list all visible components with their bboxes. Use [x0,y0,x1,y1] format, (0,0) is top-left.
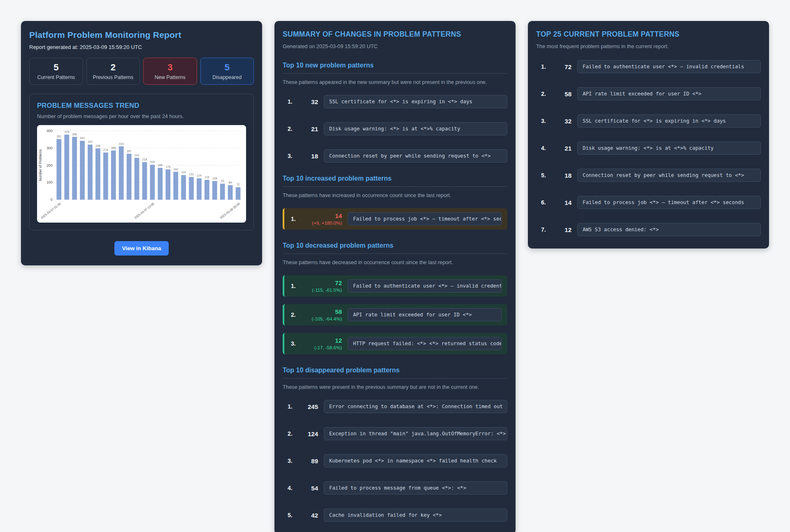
stat-tiles: 5 Current Patterns 2 Previous Patterns 3… [29,58,254,85]
pattern-count: 42 [299,512,318,519]
section-description: These patterns were present in the previ… [283,384,507,390]
trend-section: PROBLEM MESSAGES TREND Number of problem… [29,94,254,230]
actions-row: View in Kibana [29,241,254,256]
svg-text:300: 300 [46,146,53,150]
pattern-rank: 3. [283,153,299,159]
svg-text:72: 72 [237,183,240,186]
section-heading: Top 10 disappeared problem patterns [283,367,507,379]
pattern-item: 6. 14 Failed to process job <*> – timeou… [536,196,761,209]
pattern-count-block: 14 (+9, +180.0%) [302,212,342,225]
pattern-text: SSL certificate for <*> is expiring in <… [577,114,761,128]
pattern-rank: 5. [283,512,299,518]
svg-text:162: 162 [173,168,178,171]
pattern-rank: 1. [289,283,302,289]
pattern-count: 58 [553,91,572,98]
pattern-rank: 3. [289,340,302,347]
view-in-kibana-button[interactable]: View in Kibana [114,241,168,256]
section-new-patterns: Top 10 new problem patterns These patter… [283,62,507,163]
top-patterns-subtitle: The most frequent problem patterns in th… [536,43,761,49]
section-decreased-patterns: Top 10 decreased problem patterns These … [283,242,507,354]
pattern-rank: 4. [536,145,553,151]
svg-text:200: 200 [46,163,53,167]
pattern-rank: 6. [536,199,553,206]
svg-text:298: 298 [95,144,100,147]
pattern-item: 2. 124 Exception in thread "main" java.l… [283,427,507,440]
svg-text:100: 100 [46,181,53,185]
pattern-text: Failed to process message from queue <*>… [324,481,507,495]
pattern-count: 12 [302,337,342,344]
pattern-count: 32 [553,118,572,125]
section-description: These patterns have decreased in occurre… [283,259,507,265]
svg-text:342: 342 [80,137,85,139]
disappeared-pattern-list: 1. 245 Error connecting to database at <… [283,400,507,522]
pattern-rank: 2. [283,125,299,132]
stat-current-patterns: 5 Current Patterns [29,58,83,85]
pattern-text: API rate limit exceeded for user ID <*> [348,308,502,321]
pattern-count-block: 58 (-105, -64.4%) [302,308,342,321]
pattern-count: 21 [553,145,572,152]
problem-messages-bar-chart: 0100200300400Number of Problems352378365… [37,125,246,223]
pattern-text: API rate limit exceeded for user ID <*> [577,87,761,100]
pattern-count: 18 [299,153,318,160]
trend-title: PROBLEM MESSAGES TREND [37,102,246,109]
svg-text:218: 218 [142,158,147,161]
pattern-rank: 2. [289,311,302,318]
pattern-item: 2. 21 Disk usage warning: <*> is at <*>%… [283,122,507,135]
stat-previous-patterns: 2 Previous Patterns [86,58,140,85]
svg-text:Number of Problems: Number of Problems [38,149,42,181]
pattern-rank: 1. [536,63,553,70]
report-panel: Platform Problem Monitoring Report Repor… [21,21,262,265]
pattern-text: AWS S3 access denied: <*> [577,223,761,236]
svg-text:93: 93 [221,180,224,183]
stat-value: 2 [89,63,137,72]
pattern-text: Disk usage warning: <*> is at <*>% capac… [577,142,761,155]
stat-label: Current Patterns [32,74,80,80]
pattern-count: 14 [553,199,572,206]
pattern-count: 54 [299,485,318,492]
trend-chart-container: 0100200300400Number of Problems352378365… [37,125,246,223]
section-increased-patterns: Top 10 increased problem patterns These … [283,175,507,230]
svg-text:286: 286 [111,146,116,149]
pattern-count-block: 12 (-17, -58.6%) [302,337,342,350]
pattern-text: Error connecting to database at <*>: Con… [324,400,507,413]
report-generated-at: Report generated at: 2025-03-09 15:59:20… [29,44,254,50]
stat-value: 5 [203,63,251,72]
pattern-item: 1. 245 Error connecting to database at <… [283,400,507,413]
top-patterns-title: TOP 25 CURRENT PROBLEM PATTERNS [536,30,761,39]
pattern-delta: (+9, +180.0%) [302,221,342,225]
summary-panel: SUMMARY OF CHANGES IN PROBLEM PATTERNS G… [274,21,516,532]
pattern-rank: 3. [283,458,299,464]
svg-text:365: 365 [72,133,77,136]
svg-text:267: 267 [127,150,132,153]
pattern-delta: (-105, -64.4%) [302,316,342,321]
pattern-item-decreased: 3. 12 (-17, -58.6%) HTTP request failed:… [283,333,507,354]
pattern-text: Exception in thread "main" java.lang.Out… [324,427,507,440]
stat-value: 3 [146,63,194,72]
svg-text:352: 352 [56,135,61,138]
pattern-item: 3. 89 Kubernetes pod <*> in namespace <*… [283,454,507,467]
pattern-rank: 1. [283,403,299,410]
dashboard: Platform Problem Monitoring Report Repor… [21,21,769,532]
pattern-item-decreased: 2. 58 (-105, -64.4%) API rate limit exce… [283,304,507,325]
pattern-count: 12 [553,226,572,233]
pattern-text: Connection reset by peer while sending r… [577,169,761,182]
pattern-rank: 7. [536,226,553,233]
increased-pattern-list: 1. 14 (+9, +180.0%) Failed to process jo… [283,208,507,230]
pattern-count: 89 [299,458,318,465]
pattern-item: 1. 72 Failed to authenticate user <*> – … [536,60,761,73]
pattern-text: Connection reset by peer while sending r… [324,149,507,163]
svg-text:0: 0 [51,197,53,202]
section-heading: Top 10 decreased problem patterns [283,242,507,254]
pattern-text: Kubernetes pod <*> in namespace <*> fail… [324,454,507,467]
pattern-delta: (-17, -58.6%) [302,345,342,350]
pattern-item: 7. 12 AWS S3 access denied: <*> [536,223,761,236]
pattern-count: 245 [299,403,318,410]
top-pattern-list: 1. 72 Failed to authenticate user <*> – … [536,60,761,236]
svg-text:320: 320 [88,141,93,144]
decreased-pattern-list: 1. 72 (-115, -61.5%) Failed to authentic… [283,275,507,354]
pattern-item: 3. 18 Connection reset by peer while sen… [283,149,507,163]
pattern-item: 1. 32 SSL certificate for <*> is expirin… [283,95,507,108]
pattern-count: 14 [302,212,342,219]
svg-text:132: 132 [189,173,194,176]
svg-text:203: 203 [150,161,155,164]
